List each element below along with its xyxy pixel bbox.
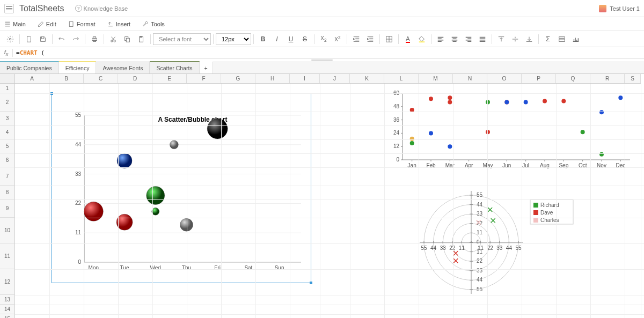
svg-text:Wed: Wed <box>150 265 161 271</box>
borders-button[interactable] <box>382 33 396 46</box>
superscript-button[interactable]: X2 <box>331 33 345 46</box>
row-header-2[interactable]: 2 <box>0 93 15 112</box>
valign-bottom-button[interactable] <box>522 33 536 46</box>
settings-button[interactable] <box>3 33 17 46</box>
svg-point-100 <box>599 152 604 157</box>
menu-insert[interactable]: Insert <box>107 21 131 27</box>
user-menu[interactable]: Test User 1 <box>599 5 640 12</box>
undo-button[interactable] <box>55 33 69 46</box>
subscript-button[interactable]: X2 <box>317 33 331 46</box>
row-header-3[interactable]: 3 <box>0 112 15 125</box>
row-header-11[interactable]: 11 <box>0 243 15 269</box>
chart-scatter-months[interactable]: 01224364860JanFebMarAprMayJunJulAugSepOc… <box>383 88 635 173</box>
align-center-button[interactable] <box>448 33 462 46</box>
font-size-select[interactable]: 12px <box>216 33 251 45</box>
menu-tools[interactable]: Tools <box>142 21 165 27</box>
fill-color-button[interactable] <box>415 33 429 46</box>
row-header-14[interactable]: 14 <box>0 305 15 314</box>
align-left-button[interactable] <box>434 33 448 46</box>
align-left-icon <box>437 35 444 43</box>
row-header-9[interactable]: 9 <box>0 199 15 218</box>
valign-top-button[interactable] <box>494 33 508 46</box>
align-right-button[interactable] <box>462 33 475 46</box>
indent-inc-icon <box>367 35 374 43</box>
sheet-tab-2[interactable]: Awesome Fonts <box>96 61 150 73</box>
col-header-K[interactable]: K <box>350 74 384 83</box>
svg-point-91 <box>429 131 433 135</box>
chart-polar[interactable]: 1111111122222222333333334444444455555555… <box>412 189 605 307</box>
row-header-6[interactable]: 6 <box>0 153 15 167</box>
row-header-7[interactable]: 7 <box>0 167 15 186</box>
font-select[interactable]: Select a font <box>153 33 211 45</box>
col-header-Q[interactable]: Q <box>556 74 590 83</box>
svg-rect-13 <box>559 36 565 38</box>
row-header-1[interactable]: 1 <box>0 84 15 93</box>
new-button[interactable] <box>22 33 36 46</box>
text-color-button[interactable]: A <box>401 33 415 46</box>
chart-button[interactable] <box>569 33 583 46</box>
menu-toggle[interactable] <box>4 4 14 13</box>
col-header-P[interactable]: P <box>522 74 556 83</box>
paste-button[interactable] <box>134 33 148 46</box>
bold-icon: B <box>261 35 266 43</box>
col-header-R[interactable]: R <box>590 74 625 83</box>
col-header-I[interactable]: I <box>290 74 320 83</box>
cut-button[interactable] <box>106 33 120 46</box>
strike-button[interactable]: S <box>298 33 312 46</box>
redo-button[interactable] <box>69 33 83 46</box>
svg-rect-12 <box>419 41 425 42</box>
copy-button[interactable] <box>120 33 134 46</box>
align-justify-button[interactable] <box>475 33 489 46</box>
col-header-A[interactable]: A <box>15 74 49 83</box>
col-header-N[interactable]: N <box>453 74 487 83</box>
select-all-corner[interactable] <box>0 74 15 84</box>
col-header-B[interactable]: B <box>49 74 84 83</box>
chart-bubble[interactable]: A Scatter/Bubble chart01122334455MonTueW… <box>52 93 311 283</box>
svg-rect-8 <box>126 38 129 42</box>
menu-main[interactable]: Main <box>4 21 26 27</box>
knowledge-base-link[interactable]: Knowledge Base <box>75 5 128 12</box>
col-header-O[interactable]: O <box>487 74 522 83</box>
col-header-H[interactable]: H <box>255 74 290 83</box>
row-header-15[interactable]: 15 <box>0 314 15 318</box>
italic-button[interactable]: I <box>270 33 284 46</box>
underline-button[interactable]: U <box>284 33 298 46</box>
col-header-D[interactable]: D <box>118 74 152 83</box>
svg-text:33: 33 <box>75 171 82 177</box>
row-header-10[interactable]: 10 <box>0 218 15 243</box>
col-header-C[interactable]: C <box>84 74 118 83</box>
col-header-G[interactable]: G <box>221 74 255 83</box>
svg-point-87 <box>486 130 490 134</box>
save-button[interactable] <box>36 33 50 46</box>
bold-button[interactable]: B <box>256 33 270 46</box>
add-sheet-button[interactable]: + <box>200 61 213 73</box>
row-header-13[interactable]: 13 <box>0 295 15 305</box>
valign-middle-button[interactable] <box>508 33 522 46</box>
sheet-tab-3[interactable]: Scatter Charts <box>150 61 199 73</box>
sheet-tab-1[interactable]: Efficiency <box>59 61 97 73</box>
pencil-icon <box>38 21 44 27</box>
menu-format[interactable]: Format <box>68 21 96 27</box>
col-header-J[interactable]: J <box>320 74 350 83</box>
col-header-L[interactable]: L <box>384 74 419 83</box>
svg-point-99 <box>581 130 585 134</box>
sum-button[interactable]: Σ <box>541 33 555 46</box>
svg-point-5 <box>111 40 113 42</box>
indent-increase-button[interactable] <box>363 33 377 46</box>
col-header-M[interactable]: M <box>419 74 453 83</box>
col-header-E[interactable]: E <box>152 74 187 83</box>
row-header-5[interactable]: 5 <box>0 139 15 153</box>
row-header-12[interactable]: 12 <box>0 269 15 295</box>
menu-edit[interactable]: Edit <box>38 21 56 27</box>
list-icon <box>4 21 11 27</box>
formula-button[interactable] <box>555 33 569 46</box>
print-button[interactable] <box>87 33 101 46</box>
row-header-4[interactable]: 4 <box>0 125 15 139</box>
row-header-8[interactable]: 8 <box>0 186 15 199</box>
col-header-S[interactable]: S <box>625 74 641 83</box>
formula-input[interactable]: =CHART ( <box>13 49 644 56</box>
indent-decrease-button[interactable] <box>349 33 363 46</box>
col-header-F[interactable]: F <box>187 74 221 83</box>
sheet-tab-0[interactable]: Public Companies <box>0 61 59 73</box>
svg-point-93 <box>504 100 509 105</box>
